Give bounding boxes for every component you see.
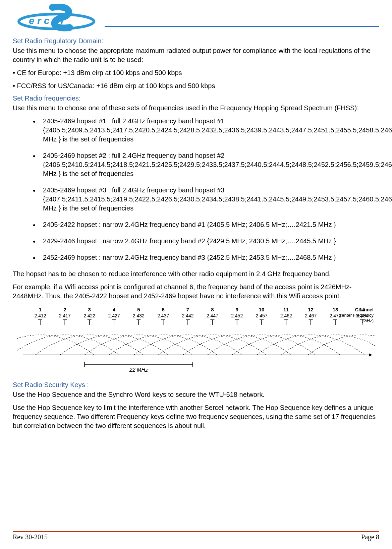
svg-text:5: 5	[137, 307, 140, 312]
hopset-list: 2405-2469 hopset #1 : full 2.4GHz freque…	[13, 117, 379, 262]
section-title-frequencies: Set Radio frequencies:	[13, 95, 379, 102]
footer-page: Page 8	[361, 533, 379, 541]
security-p1: Use the Hop Sequence and the Synchro Wor…	[13, 390, 379, 399]
svg-text:6: 6	[162, 307, 164, 312]
svg-text:2.432: 2.432	[132, 313, 144, 318]
page-header: e r c e l	[13, 4, 379, 33]
svg-text:2.412: 2.412	[34, 313, 46, 318]
svg-text:2.427: 2.427	[108, 313, 120, 318]
svg-text:22 MHz: 22 MHz	[129, 367, 148, 373]
svg-text:2.442: 2.442	[182, 313, 193, 318]
section-title-security: Set Radio Security Keys :	[13, 381, 379, 389]
svg-text:2.452: 2.452	[231, 313, 243, 318]
svg-text:2.462: 2.462	[280, 313, 292, 318]
page-footer: Rev 30-2015 Page 8	[13, 531, 379, 541]
regulatory-ce: • CE for Europe: +13 dBm eirp at 100 kbp…	[13, 68, 379, 77]
svg-text:(GHz): (GHz)	[362, 318, 374, 323]
frequencies-intro: Use this menu to choose one of these set…	[13, 104, 379, 113]
header-rule	[105, 26, 379, 27]
svg-text:Center Frequency: Center Frequency	[338, 313, 374, 318]
svg-text:2.447: 2.447	[206, 313, 218, 318]
list-item: 2405-2469 hopset #3 : full 2.4GHz freque…	[33, 186, 379, 213]
svg-text:13: 13	[332, 307, 338, 312]
svg-text:7: 7	[186, 307, 189, 312]
hopset-note-1: The hopset has to be chosen to reduce in…	[13, 269, 379, 279]
list-item: 2405-2469 hopset #1 : full 2.4GHz freque…	[33, 117, 379, 144]
hopset-note-2: For example, if a Wifi access point is c…	[13, 283, 379, 301]
svg-text:Channel: Channel	[355, 307, 373, 312]
regulatory-intro: Use this menu to choose the appropriate …	[13, 46, 379, 64]
svg-text:1: 1	[39, 307, 41, 312]
svg-text:2.417: 2.417	[59, 313, 70, 318]
footer-rule	[13, 531, 379, 532]
regulatory-fcc: • FCC/RSS for US/Canada: +16 dBm eirp at…	[13, 81, 379, 90]
svg-text:11: 11	[283, 307, 289, 312]
svg-text:10: 10	[259, 307, 264, 312]
list-item: 2405-2422 hopset : narrow 2.4GHz frequen…	[33, 220, 379, 229]
wifi-channel-diagram: 12.41222.41732.42242.42752.43262.43772.4…	[17, 305, 376, 375]
list-item: 2405-2469 hopset #2 : full 2.4GHz freque…	[33, 151, 379, 178]
svg-text:4: 4	[112, 307, 115, 312]
svg-text:12: 12	[308, 307, 314, 312]
svg-text:2.467: 2.467	[305, 313, 317, 318]
list-item: 2429-2446 hopset : narrow 2.4GHz frequen…	[33, 237, 379, 246]
svg-text:9: 9	[235, 307, 238, 312]
logo: e r c e l	[13, 4, 100, 33]
svg-text:2: 2	[63, 307, 66, 312]
svg-text:8: 8	[211, 307, 214, 312]
footer-rev: Rev 30-2015	[13, 533, 48, 541]
svg-text:2.457: 2.457	[256, 313, 267, 318]
list-item: 2452-2469 hopset : narrow 2.4GHz frequen…	[33, 253, 379, 262]
svg-text:2.437: 2.437	[157, 313, 169, 318]
svg-text:2.422: 2.422	[83, 313, 95, 318]
section-title-regulatory: Set Radio Regulatory Domain:	[13, 37, 379, 45]
svg-text:3: 3	[88, 307, 91, 312]
security-p2: Use the Hop Sequence key to limit the in…	[13, 403, 379, 430]
svg-text:e r c e l: e r c e l	[29, 15, 64, 26]
